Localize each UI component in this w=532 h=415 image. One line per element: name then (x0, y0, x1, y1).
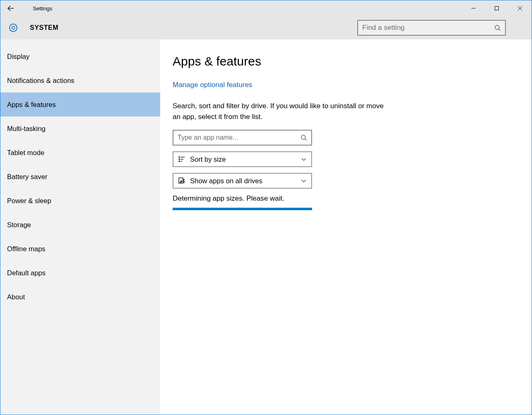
sidebar-item-tablet[interactable]: Tablet mode (0, 141, 160, 165)
svg-point-5 (12, 27, 15, 29)
sidebar-item-label: Offline maps (7, 245, 45, 253)
search-icon (494, 24, 501, 31)
svg-point-9 (301, 135, 305, 139)
app-search-input[interactable] (178, 134, 300, 141)
status-text: Determining app sizes. Please wait. (173, 194, 532, 203)
sidebar-item-apps[interactable]: Apps & features (0, 92, 160, 116)
sidebar-item-label: Notifications & actions (7, 77, 74, 85)
app-search-box[interactable] (173, 130, 312, 146)
settings-search[interactable] (357, 20, 506, 36)
svg-point-14 (179, 157, 180, 158)
sidebar-item-label: Apps & features (7, 101, 56, 109)
header-left: SYSTEM (8, 22, 59, 33)
sidebar-item-multitasking[interactable]: Multi-tasking (0, 116, 160, 141)
close-icon (517, 6, 522, 11)
sidebar-item-offline-maps[interactable]: Offline maps (0, 237, 160, 261)
page-heading: Apps & features (173, 54, 532, 68)
drive-dropdown[interactable]: Show apps on all drives (173, 173, 312, 189)
chevron-down-icon (301, 156, 306, 163)
settings-search-input[interactable] (362, 24, 494, 32)
maximize-icon (494, 6, 499, 11)
drive-label: Show apps on all drives (190, 177, 301, 185)
sort-dropdown[interactable]: Sort by size (173, 151, 312, 167)
sidebar-item-storage[interactable]: Storage (0, 213, 160, 237)
maximize-button[interactable] (485, 0, 508, 16)
svg-line-10 (305, 139, 307, 141)
sidebar-item-label: Battery saver (7, 173, 47, 181)
svg-line-8 (499, 29, 500, 31)
sidebar-item-power[interactable]: Power & sleep (0, 189, 160, 213)
header: SYSTEM (0, 16, 532, 39)
close-button[interactable] (508, 0, 532, 16)
minimize-button[interactable] (462, 0, 485, 16)
sidebar-item-display[interactable]: Display (0, 44, 160, 68)
sidebar: Display Notifications & actions Apps & f… (0, 39, 160, 415)
titlebar: Settings (0, 0, 532, 16)
sort-label: Sort by size (190, 155, 301, 163)
window-title: Settings (33, 5, 52, 12)
window-controls (462, 0, 532, 16)
content: Apps & features Manage optional features… (160, 39, 532, 415)
sidebar-item-label: Multi-tasking (7, 125, 46, 133)
svg-rect-2 (495, 7, 499, 10)
sidebar-item-default-apps[interactable]: Default apps (0, 261, 160, 285)
section-title: SYSTEM (30, 24, 59, 32)
manage-optional-features-link[interactable]: Manage optional features (173, 81, 252, 89)
svg-point-16 (179, 161, 180, 162)
sort-icon (178, 156, 186, 163)
svg-point-6 (10, 24, 17, 32)
back-button[interactable] (0, 0, 21, 16)
sidebar-item-label: Default apps (7, 269, 46, 277)
sidebar-item-label: Power & sleep (7, 197, 51, 205)
sidebar-item-label: About (7, 293, 25, 301)
svg-point-7 (495, 25, 499, 29)
sidebar-item-notifications[interactable]: Notifications & actions (0, 68, 160, 92)
sidebar-item-label: Tablet mode (7, 149, 44, 157)
drive-icon (178, 177, 186, 184)
sidebar-item-about[interactable]: About (0, 285, 160, 309)
sidebar-item-label: Display (7, 53, 29, 61)
description-text: Search, sort and filter by drive. If you… (173, 101, 388, 122)
back-arrow-icon (7, 4, 15, 12)
sidebar-item-label: Storage (7, 221, 31, 229)
minimize-icon (471, 6, 476, 11)
chevron-down-icon (301, 178, 306, 184)
search-icon (300, 134, 307, 141)
gear-icon (8, 22, 19, 33)
svg-point-15 (179, 159, 180, 160)
sidebar-item-battery[interactable]: Battery saver (0, 165, 160, 189)
body: Display Notifications & actions Apps & f… (0, 39, 532, 415)
progress-bar (173, 208, 312, 210)
